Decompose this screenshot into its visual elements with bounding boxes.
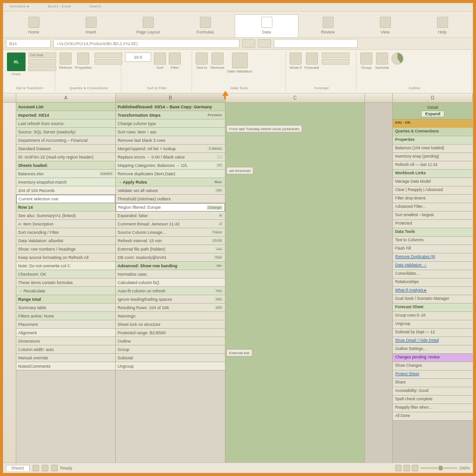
cell[interactable]: → Apply RulesRun xyxy=(116,178,225,186)
cell[interactable]: Calculated column fx() xyxy=(116,278,225,287)
row-numbers[interactable] xyxy=(3,103,16,463)
cell[interactable]: Merge/Append: ref list + lookup2 tables xyxy=(116,145,225,153)
cell[interactable]: See also: Summary!A1 (linked) xyxy=(16,212,115,220)
cell[interactable]: Keep source formatting on Refresh All xyxy=(16,253,115,262)
side-row[interactable]: Advanced Filter… xyxy=(393,203,473,212)
cell[interactable]: Range total xyxy=(16,295,115,304)
col-header-C[interactable]: C xyxy=(225,93,365,102)
expand-button[interactable]: Expand xyxy=(421,111,445,117)
properties-button[interactable]: Properties xyxy=(75,53,92,70)
side-row[interactable]: Balances (104 rows loaded) xyxy=(393,145,473,153)
zoom-slider[interactable] xyxy=(420,467,457,469)
page-break-view-icon[interactable] xyxy=(412,465,418,471)
cell[interactable]: Manual override xyxy=(16,354,115,362)
cell[interactable]: Subtotal xyxy=(116,354,225,362)
col-header-A[interactable]: A xyxy=(16,93,116,102)
cell[interactable]: Remove duplicates (Item,Date) xyxy=(116,170,225,178)
cell[interactable]: These items contain formulas xyxy=(16,278,115,287)
cell[interactable]: Filters active: None xyxy=(16,312,115,320)
formula-bar[interactable]: =VLOOKUP(A14,Products!$A:$D,2,FALSE) xyxy=(53,39,239,48)
cell[interactable]: Notes/Comments xyxy=(16,362,115,370)
nav-next-icon[interactable] xyxy=(51,465,58,471)
side-row[interactable]: Subtotal by Dept — 12 xyxy=(393,329,473,337)
cell[interactable]: Placement xyxy=(16,320,115,329)
side-row[interactable]: Protect Sheet xyxy=(393,370,473,379)
cell[interactable]: Published/Issued: 03/14 – Base Copy: Ger… xyxy=(116,103,225,111)
group-button[interactable]: Group xyxy=(360,53,372,70)
side-row[interactable]: Manage Data Model xyxy=(393,178,473,186)
cell[interactable]: Sort rows: Item ↑ asc xyxy=(116,128,225,136)
new-sheet-icon[interactable] xyxy=(33,465,39,471)
data-validation-button[interactable]: Data Validation xyxy=(227,53,252,73)
cell[interactable]: Inventory-snapshot-march xyxy=(16,178,115,186)
cell[interactable]: Refresh interval: 15 min15:00 xyxy=(116,237,225,245)
side-row[interactable]: Queries & Connections xyxy=(393,128,473,136)
cell[interactable]: Validate set all valuesOK xyxy=(116,186,225,195)
side-row[interactable]: Flash Fill xyxy=(393,245,473,253)
cell[interactable]: Standard Dataset xyxy=(16,145,115,153)
side-row[interactable]: Data Tools xyxy=(393,228,473,237)
side-row[interactable]: Inventory-snap (pending) xyxy=(393,153,473,161)
cell[interactable]: Row 14 xyxy=(16,203,115,212)
cell[interactable]: Data Validation: allowlist xyxy=(16,237,115,245)
side-row[interactable]: Sort smallest→largest xyxy=(393,212,473,220)
zoom-control[interactable]: 100% xyxy=(395,465,470,471)
side-row[interactable]: Clear | Reapply | Advanced xyxy=(393,186,473,195)
side-row[interactable]: Show Changes xyxy=(393,362,473,370)
cell[interactable]: Advanced: Show row bandingOn xyxy=(116,262,225,270)
forecast-button[interactable]: Forecast xyxy=(304,53,319,70)
page-layout-view-icon[interactable] xyxy=(403,465,410,471)
side-row[interactable]: Filter drop-downs xyxy=(393,195,473,203)
expand-formula-bar-icon[interactable] xyxy=(258,39,271,48)
cell[interactable]: Sheets loaded: xyxy=(16,161,115,170)
side-row[interactable]: Consolidate… xyxy=(393,270,473,278)
cell[interactable]: Summary table xyxy=(16,304,115,312)
cell[interactable]: Source Column Lineage…Trace xyxy=(116,228,225,237)
remove-duplicates-button[interactable]: Remove xyxy=(211,53,225,70)
cell[interactable]: Show: row numbers / headings xyxy=(16,245,115,253)
side-row[interactable]: Remove Duplicates (6) xyxy=(393,253,473,262)
refresh-all-button[interactable]: Refresh xyxy=(59,53,72,70)
get-data-stack[interactable]: Get Data xyxy=(28,53,56,71)
sort-button[interactable]: Sort xyxy=(154,53,166,70)
tab-view[interactable]: View xyxy=(357,17,413,37)
cell[interactable]: DB conn: readonly@srv01Test xyxy=(116,253,225,262)
side-row[interactable]: Ungroup xyxy=(393,320,473,329)
cell[interactable]: Imported: 03/14 xyxy=(16,111,115,119)
cell[interactable]: A: Item Description xyxy=(16,220,115,228)
sheet-tab[interactable]: Sheet1 xyxy=(6,465,30,471)
cell[interactable]: Warnings: xyxy=(116,312,225,320)
sheet-area[interactable]: Account ListImported: 03/14Last refresh … xyxy=(16,103,473,463)
cell[interactable]: Threshold (min/max) outliers xyxy=(116,195,225,203)
tab-home[interactable]: Home xyxy=(6,17,61,37)
subtotal-button[interactable]: Subtotal xyxy=(375,53,389,70)
floating-note[interactable]: set threshold xyxy=(226,167,253,174)
cell[interactable]: Mapping Categories: Balances → G/L47 xyxy=(116,161,225,170)
tab-data[interactable]: Data xyxy=(235,14,298,37)
side-row[interactable]: Relationships xyxy=(393,278,473,287)
side-row[interactable]: Refresh All — last 11:42 xyxy=(393,161,473,170)
cell[interactable]: Normalize case, xyxy=(116,270,225,278)
cell[interactable]: Department of Accounting – Financial xyxy=(16,136,115,145)
filter-button[interactable]: Filter xyxy=(169,53,181,70)
tab-help[interactable]: Help xyxy=(415,17,470,37)
col-header-B[interactable]: B xyxy=(116,93,225,102)
cell[interactable]: Dimensions xyxy=(16,337,115,345)
cell[interactable]: Protected range: B2:B500 xyxy=(116,329,225,337)
cell[interactable]: Sort Ascending / Filter xyxy=(16,228,115,237)
side-row[interactable]: Share xyxy=(393,379,473,387)
side-row[interactable]: Protected xyxy=(393,220,473,228)
autosave-toggle[interactable]: AutoSave ● xyxy=(10,4,29,10)
floating-note[interactable]: External link xyxy=(226,349,252,357)
name-box[interactable]: B14 xyxy=(6,39,51,48)
cell[interactable]: Group xyxy=(116,345,225,354)
side-row[interactable]: Accessibility: Good xyxy=(393,387,473,396)
side-row[interactable]: Workbook Links xyxy=(393,170,473,178)
col-header-D[interactable] xyxy=(365,93,393,102)
side-row[interactable]: Group rows 5–18 xyxy=(393,312,473,320)
cell[interactable]: Outline xyxy=(116,337,225,345)
what-if-button[interactable]: What-If xyxy=(290,53,302,70)
side-row[interactable]: Show Detail / Hide Detail xyxy=(393,337,473,345)
tab-page-layout[interactable]: Page Layout xyxy=(120,17,176,37)
command-search[interactable] xyxy=(274,39,357,48)
